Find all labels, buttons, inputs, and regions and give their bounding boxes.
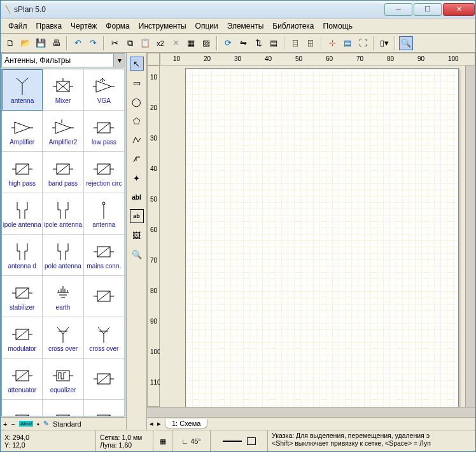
- library-item[interactable]: [43, 400, 83, 416]
- library-item[interactable]: Amplifier2: [43, 111, 83, 152]
- footer-abc-icon[interactable]: Abcd: [19, 421, 33, 427]
- library-category-text[interactable]: [2, 54, 113, 67]
- menu-edit[interactable]: Правка: [32, 20, 66, 32]
- linestyle-icon[interactable]: [223, 441, 242, 442]
- library-item[interactable]: equalizer: [43, 359, 83, 400]
- combo-dropdown-icon[interactable]: ▾: [113, 54, 125, 67]
- copy-icon[interactable]: ⧉: [123, 36, 137, 50]
- library-item[interactable]: Amplifier: [2, 111, 43, 152]
- menu-tools[interactable]: Инструменты: [135, 20, 190, 32]
- tab-nav-right-icon[interactable]: ▸: [157, 420, 161, 428]
- vertical-scrollbar[interactable]: [465, 65, 475, 407]
- library-item[interactable]: [2, 400, 43, 416]
- library-item[interactable]: antenna: [2, 69, 43, 111]
- line-tool-icon[interactable]: [130, 152, 144, 166]
- horizontal-ruler: 102030405060708090100: [160, 53, 475, 65]
- library-item[interactable]: Mixer: [43, 69, 83, 111]
- fillstyle-icon[interactable]: [247, 437, 256, 445]
- footer-brush-icon[interactable]: ✎: [43, 420, 49, 428]
- library-item[interactable]: stabilizer: [2, 276, 43, 317]
- polygon-tool-icon[interactable]: ⬠: [130, 114, 144, 128]
- node-tool-icon[interactable]: ✦: [130, 171, 144, 185]
- library-item[interactable]: cross over: [84, 317, 125, 359]
- sheet-tab-1[interactable]: 1: Схема: [165, 419, 207, 428]
- footer-dot-icon[interactable]: •: [37, 420, 39, 428]
- menu-bar: Файл Правка Чертёж Форма Инструменты Опц…: [1, 18, 475, 34]
- menu-draw[interactable]: Чертёж: [67, 20, 101, 32]
- library-item[interactable]: [84, 276, 125, 317]
- group-icon[interactable]: ⌸: [288, 36, 302, 50]
- library-item[interactable]: modulator: [2, 317, 43, 359]
- status-bar: X: 294,0 Y: 12,0 Сетка: 1,0 мм Лупа: 1,6…: [1, 430, 475, 451]
- maximize-button[interactable]: ☐: [414, 3, 442, 16]
- mirror-h-icon[interactable]: ⇋: [236, 36, 250, 50]
- menu-elements[interactable]: Элементы: [223, 20, 268, 32]
- toback-icon[interactable]: ▨: [199, 36, 213, 50]
- component-symbol-icon: [9, 282, 36, 304]
- footer-plus-icon[interactable]: +: [3, 420, 7, 428]
- delete-icon[interactable]: ✕: [169, 36, 183, 50]
- library-item[interactable]: cross over: [43, 317, 83, 359]
- pointer-tool-icon[interactable]: ↖: [130, 57, 144, 71]
- library-item[interactable]: antenna d: [2, 235, 43, 276]
- library-item[interactable]: [84, 359, 125, 400]
- angle-icon[interactable]: ∟: [181, 437, 188, 445]
- ungroup-icon[interactable]: ⌹: [304, 36, 318, 50]
- library-item[interactable]: band pass: [43, 152, 83, 193]
- footer-minus-icon[interactable]: −: [11, 420, 15, 428]
- library-item[interactable]: low pass: [84, 111, 125, 152]
- library-item[interactable]: ipole antenna: [43, 193, 83, 235]
- library-item[interactable]: antenna: [84, 193, 125, 235]
- menu-help[interactable]: Помощь: [319, 20, 356, 32]
- text-tool-icon[interactable]: abI: [130, 190, 144, 204]
- zoom-icon[interactable]: 🔍: [399, 36, 413, 50]
- rect-tool-icon[interactable]: ▭: [130, 76, 144, 90]
- duplicate-icon[interactable]: x2: [153, 36, 167, 50]
- menu-form[interactable]: Форма: [102, 20, 133, 32]
- mirror-v-icon[interactable]: ⇅: [251, 36, 265, 50]
- rotate-icon[interactable]: ⟳: [221, 36, 235, 50]
- grid-toggle-icon[interactable]: ▦: [160, 437, 166, 445]
- print-icon[interactable]: 🖶: [49, 36, 63, 50]
- component-symbol-icon: [90, 158, 117, 180]
- new-icon[interactable]: 🗋: [3, 36, 17, 50]
- polyline-tool-icon[interactable]: [130, 133, 144, 147]
- save-icon[interactable]: 💾: [34, 36, 48, 50]
- circle-tool-icon[interactable]: ◯: [130, 95, 144, 109]
- library-item[interactable]: rejection circ: [84, 152, 125, 193]
- close-button[interactable]: ✕: [443, 3, 475, 16]
- menu-library[interactable]: Библиотека: [269, 20, 318, 32]
- library-item[interactable]: high pass: [2, 152, 43, 193]
- drawing-canvas[interactable]: [160, 65, 465, 407]
- library-item[interactable]: ipole antenna: [2, 193, 43, 235]
- paste-icon[interactable]: 📋: [138, 36, 152, 50]
- library-item[interactable]: VGA: [84, 69, 125, 111]
- page-icon[interactable]: ▯▾: [377, 36, 391, 50]
- canvas-area: 102030405060708090100 102030405060708090…: [147, 53, 475, 430]
- find-icon[interactable]: ⛶: [356, 36, 370, 50]
- cut-icon[interactable]: ✂: [108, 36, 122, 50]
- undo-icon[interactable]: ↶: [71, 36, 85, 50]
- tofront-icon[interactable]: ▦: [184, 36, 198, 50]
- redo-icon[interactable]: ↷: [86, 36, 100, 50]
- library-item[interactable]: mains conn.: [84, 235, 125, 276]
- list-icon[interactable]: ▤: [340, 36, 354, 50]
- library-category-combo[interactable]: ▾: [1, 53, 125, 67]
- image-tool-icon[interactable]: 🖼: [130, 228, 144, 242]
- horizontal-scrollbar[interactable]: [147, 407, 475, 417]
- drawing-sheet[interactable]: [185, 68, 459, 407]
- align-icon[interactable]: ▤: [267, 36, 281, 50]
- menu-file[interactable]: Файл: [4, 20, 31, 32]
- textbox-tool-icon[interactable]: ab: [130, 209, 144, 223]
- tab-nav-left-icon[interactable]: ◂: [150, 420, 153, 428]
- magnify-tool-icon[interactable]: 🔍: [130, 247, 144, 261]
- open-icon[interactable]: 📂: [18, 36, 32, 50]
- library-item[interactable]: pole antenna: [43, 235, 83, 276]
- snap-icon[interactable]: ⊹: [325, 36, 339, 50]
- menu-options[interactable]: Опции: [192, 20, 222, 32]
- library-item[interactable]: [84, 400, 125, 416]
- component-symbol-icon: [90, 285, 117, 307]
- minimize-button[interactable]: ─: [384, 3, 412, 16]
- library-item[interactable]: earth: [43, 276, 83, 317]
- library-item[interactable]: attenuator: [2, 359, 43, 400]
